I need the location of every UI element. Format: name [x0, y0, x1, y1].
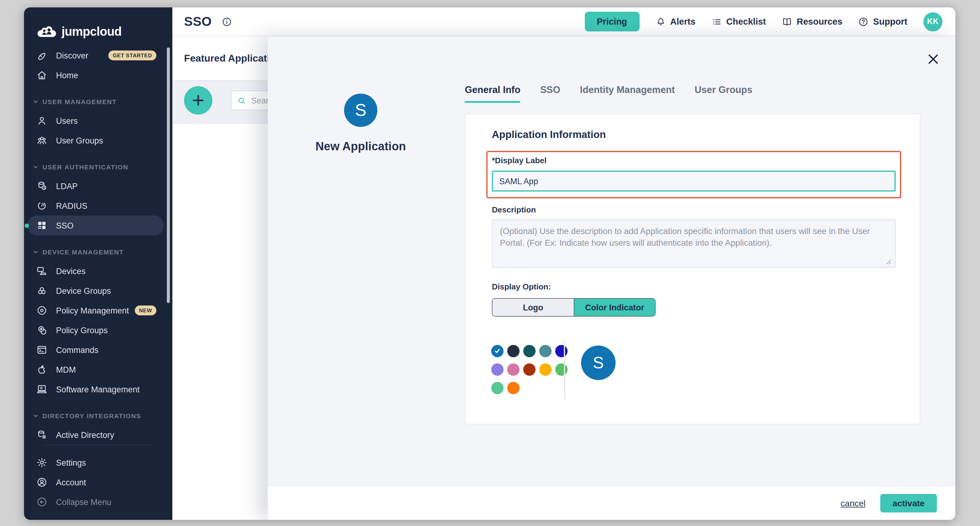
activate-button[interactable]: activate: [880, 494, 937, 512]
sidebar-item-account[interactable]: Account: [24, 472, 172, 492]
application-name: New Application: [268, 140, 453, 153]
sidebar-section-user-management[interactable]: USER MANAGEMENT: [33, 96, 172, 107]
alerts-label: Alerts: [670, 17, 695, 27]
checklist-button[interactable]: Checklist: [712, 16, 766, 27]
modal-tabs: General InfoSSOIdentity ManagementUser G…: [465, 84, 752, 103]
desktop-background: jumpcloud DiscoverGET STARTEDHomeUSER MA…: [0, 0, 980, 526]
color-swatch-9[interactable]: [539, 363, 552, 376]
sidebar-item-label: Commands: [56, 345, 99, 354]
display-option-logo[interactable]: Logo: [492, 299, 574, 316]
sidebar-item-label: Users: [56, 116, 78, 125]
chevron-down-icon: [33, 249, 39, 255]
sidebar-item-active-directory[interactable]: Active Directory: [24, 425, 172, 445]
color-swatch-5[interactable]: [555, 345, 568, 357]
sidebar-section-label: DEVICE MANAGEMENT: [43, 248, 124, 256]
sidebar-item-discover[interactable]: DiscoverGET STARTED: [24, 46, 172, 65]
sidebar-item-label: Policy Management: [56, 306, 129, 315]
color-swatch-3[interactable]: [523, 345, 536, 357]
color-swatch-1[interactable]: [491, 345, 504, 357]
bell-icon: [655, 16, 666, 27]
sidebar: jumpcloud DiscoverGET STARTEDHomeUSER MA…: [24, 7, 172, 520]
sidebar-section-directory-integrations[interactable]: DIRECTORY INTEGRATIONS: [33, 410, 172, 421]
add-application-button[interactable]: [184, 86, 212, 115]
active-directory-icon: [36, 429, 48, 440]
modal-footer: cancel activate: [268, 486, 955, 520]
sidebar-item-devices[interactable]: Devices: [24, 261, 172, 281]
sidebar-item-ldap[interactable]: LDAP: [24, 176, 172, 196]
sidebar-section-device-management[interactable]: DEVICE MANAGEMENT: [33, 246, 172, 257]
sidebar-item-label: Policy Groups: [56, 325, 108, 335]
sidebar-section-label: USER AUTHENTICATION: [43, 163, 128, 171]
pricing-button[interactable]: Pricing: [584, 12, 639, 32]
info-icon[interactable]: [222, 16, 232, 27]
sidebar-item-settings[interactable]: Settings: [24, 453, 172, 472]
sidebar-item-mdm[interactable]: MDM: [24, 360, 172, 379]
color-swatch-11[interactable]: [491, 382, 504, 394]
alerts-button[interactable]: Alerts: [655, 16, 695, 27]
sidebar-item-software-management[interactable]: Software Management: [24, 379, 172, 399]
sidebar-item-home[interactable]: Home: [24, 65, 172, 85]
header-actions: Pricing Alerts Checklist Resources Suppo…: [584, 12, 955, 32]
tab-identity-management[interactable]: Identity Management: [580, 84, 675, 103]
sidebar-item-sso[interactable]: SSO: [28, 215, 164, 235]
book-icon: [782, 16, 792, 27]
color-swatch-6[interactable]: [491, 363, 504, 376]
plus-icon: [191, 93, 205, 108]
sidebar-item-radius[interactable]: RADIUS: [24, 196, 172, 215]
policy-groups-icon: [36, 325, 48, 336]
application-color-icon: S: [344, 94, 377, 127]
sidebar-item-label: Device Groups: [56, 286, 111, 295]
cancel-button[interactable]: cancel: [841, 498, 865, 508]
checklist-icon: [712, 16, 722, 27]
jumpcloud-cloud-icon: [36, 24, 57, 39]
new-application-modal: S New Application General InfoSSOIdentit…: [268, 36, 955, 520]
sidebar-item-label: Settings: [56, 458, 86, 467]
color-swatch-10[interactable]: [555, 363, 568, 376]
sso-grid-icon: [36, 220, 48, 231]
tab-sso[interactable]: SSO: [540, 84, 560, 103]
resources-button[interactable]: Resources: [782, 16, 842, 27]
close-icon[interactable]: [925, 51, 941, 67]
color-palette: [491, 345, 571, 394]
sidebar-item-commands[interactable]: Commands: [24, 340, 172, 360]
display-option-color-indicator[interactable]: Color Indicator: [574, 299, 655, 316]
color-swatch-7[interactable]: [507, 363, 520, 376]
support-label: Support: [873, 17, 907, 27]
sidebar-item-user-groups[interactable]: User Groups: [24, 131, 172, 150]
user-icon: [36, 115, 48, 126]
application-identity: S New Application: [268, 94, 453, 153]
chevron-down-icon: [33, 164, 39, 170]
sidebar-item-policy-management[interactable]: Policy ManagementNEW: [24, 301, 172, 320]
sidebar-item-collapse-menu[interactable]: Collapse Menu: [24, 492, 172, 512]
sidebar-item-policy-groups[interactable]: Policy Groups: [24, 320, 172, 340]
tab-general-info[interactable]: General Info: [465, 84, 520, 103]
jumpcloud-logo[interactable]: jumpcloud: [36, 22, 172, 41]
color-swatch-2[interactable]: [507, 345, 520, 357]
ldap-icon: [36, 180, 48, 191]
sidebar-scrollbar[interactable]: [167, 48, 170, 303]
color-swatch-8[interactable]: [523, 363, 536, 376]
sidebar-item-device-groups[interactable]: Device Groups: [24, 281, 172, 301]
sidebar-section-user-authentication[interactable]: USER AUTHENTICATION: [33, 161, 172, 172]
sidebar-item-label: Home: [56, 70, 78, 80]
sidebar-item-label: RADIUS: [56, 201, 88, 210]
apple-icon: [36, 364, 48, 375]
display-label-input[interactable]: [492, 171, 896, 191]
color-preview-circle: S: [581, 346, 616, 380]
tab-user-groups[interactable]: User Groups: [695, 84, 752, 103]
sidebar-item-label: Account: [56, 478, 86, 487]
rocket-icon: [36, 50, 48, 61]
logo-wordmark: jumpcloud: [62, 24, 122, 38]
resources-label: Resources: [797, 17, 842, 27]
device-groups-icon: [36, 285, 48, 296]
support-button[interactable]: Support: [858, 16, 907, 27]
color-swatch-12[interactable]: [507, 382, 520, 394]
description-textarea[interactable]: [492, 219, 896, 268]
home-icon: [36, 70, 48, 81]
devices-icon: [36, 265, 48, 277]
commands-icon: [36, 344, 48, 355]
user-avatar[interactable]: KK: [923, 12, 942, 31]
color-swatch-4[interactable]: [539, 345, 552, 357]
sidebar-item-label: Software Management: [56, 385, 140, 394]
sidebar-item-users[interactable]: Users: [24, 111, 172, 131]
